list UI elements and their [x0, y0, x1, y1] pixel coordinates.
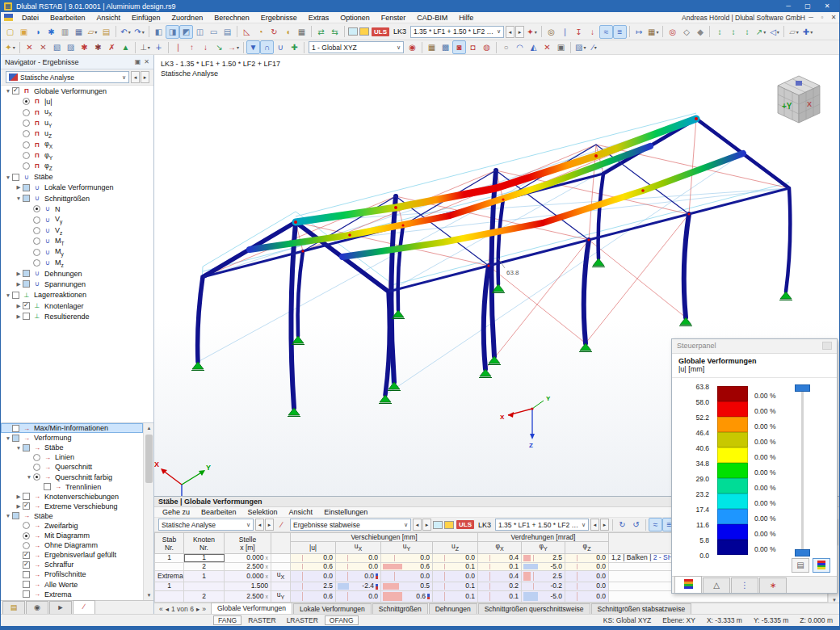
menu-bearbeiten[interactable]: Bearbeiten: [44, 14, 91, 22]
checkbox[interactable]: [12, 87, 19, 94]
panel-options-icon[interactable]: [822, 342, 832, 350]
export-calc-icon[interactable]: ↦: [632, 25, 646, 39]
checkbox[interactable]: [23, 313, 30, 320]
prev-page-button[interactable]: ◂: [166, 605, 169, 613]
views-camera-tab[interactable]: ►: [49, 601, 72, 614]
radio-button[interactable]: [23, 120, 30, 127]
table-mode-icon[interactable]: ∕: [275, 518, 288, 531]
checkbox[interactable]: [23, 195, 30, 202]
results-nav-item-u-y[interactable]: ΠuY: [1, 118, 153, 128]
table-results-mode-combo[interactable]: Ergebnisse stabweise∨: [290, 519, 411, 531]
result-chip-cyan[interactable]: [348, 27, 358, 36]
results-nav-item-v-z[interactable]: ∪Vz: [1, 225, 153, 236]
results-nav-item-schnittgrößen[interactable]: ▼∪Schnittgrößen: [1, 193, 153, 204]
rotate-view-icon[interactable]: ◠: [513, 40, 527, 54]
prev-loadcase-button[interactable]: ◂: [590, 519, 599, 531]
display-nav-item-zweifarbig[interactable]: →Zweifarbig: [1, 521, 143, 531]
results-nav-item-lagerreaktionen[interactable]: ▼⊥Lagerreaktionen: [1, 290, 153, 300]
cell-node-no[interactable]: 2: [184, 590, 225, 602]
results-nav-item-spannungen[interactable]: ▶∪Spannungen: [1, 279, 153, 289]
select-layer-icon[interactable]: ▧: [50, 40, 64, 54]
expander-icon[interactable]: ▼: [15, 195, 23, 201]
model-check-icon[interactable]: ⇄: [314, 25, 328, 39]
render-wire-icon[interactable]: ◍: [480, 40, 494, 54]
connect-members-icon[interactable]: ○: [499, 40, 513, 54]
menu-berechnen[interactable]: Berechnen: [208, 14, 255, 22]
table-tab-schnittgrößen-querschnittsweise[interactable]: Schnittgrößen querschnittsweise: [478, 603, 590, 614]
column-header-knoten[interactable]: KnotenNr.: [184, 533, 225, 554]
cell-node-no[interactable]: 2: [184, 562, 225, 571]
display-nav-item-ergebnisverlauf-gefüllt[interactable]: →Ergebnisverlauf gefüllt: [1, 550, 143, 560]
calculator-icon[interactable]: ▦▾: [646, 25, 660, 39]
regenerate-icon[interactable]: ↻: [267, 25, 281, 39]
next-loadcase-button[interactable]: ▸: [422, 519, 431, 531]
expander-icon[interactable]: ▼: [15, 445, 23, 451]
table-tab-schnittgrößen-stabsatzweise[interactable]: Schnittgrößen stabsatzweise: [591, 603, 692, 614]
radio-button[interactable]: [33, 216, 40, 224]
new-model-icon[interactable]: ▢: [3, 25, 17, 39]
menu-optionen[interactable]: Optionen: [334, 14, 376, 22]
doc-close-button[interactable]: ✕: [828, 14, 839, 21]
menu-ergebnisse[interactable]: Ergebnisse: [255, 14, 303, 22]
table-chip-cyan[interactable]: [433, 521, 443, 529]
load-down-icon[interactable]: ↓: [199, 40, 212, 54]
next-loadcase-button[interactable]: ▸: [515, 26, 524, 38]
snap-ortho-icon[interactable]: ✱: [91, 40, 105, 54]
display-nav-item-knotenverschiebungen[interactable]: ▶→Knotenverschiebungen: [1, 492, 143, 502]
radio-button[interactable]: [33, 473, 40, 481]
column-header-uy[interactable]: uY: [381, 542, 433, 554]
column-header-|u|[interactable]: |u|: [291, 542, 336, 554]
menu-einfügen[interactable]: Einfügen: [126, 14, 166, 22]
next-loadcase-button[interactable]: ▸: [265, 519, 274, 531]
prev-loadcase-button[interactable]: ◂: [506, 26, 514, 38]
member-loads-icon[interactable]: ↧: [572, 25, 586, 39]
view-iso-icon[interactable]: ↗▾: [754, 25, 767, 39]
display-nav-item-querschnitt[interactable]: →Querschnitt: [1, 462, 143, 472]
results-nav-item-dehnungen[interactable]: ▶∪Dehnungen: [1, 268, 153, 279]
expander-icon[interactable]: ▼: [25, 474, 33, 480]
isometric-view-icon[interactable]: ◇: [679, 25, 693, 39]
results-nav-item-v-y[interactable]: ∪Vy: [1, 215, 153, 225]
expander-icon[interactable]: ▼: [4, 435, 12, 441]
checkbox[interactable]: [23, 581, 30, 588]
tree-scrollbar[interactable]: ▲ ▼: [143, 423, 153, 600]
load-transfer-icon[interactable]: ⇆: [328, 25, 342, 39]
solid-view-icon[interactable]: ◆: [693, 25, 707, 39]
results-nav-item-u-z[interactable]: ΠuZ: [1, 128, 153, 139]
expander-icon[interactable]: ▶: [15, 494, 23, 500]
checkbox[interactable]: [23, 502, 30, 510]
snap-mid-icon[interactable]: ✕: [36, 40, 50, 54]
checkbox[interactable]: [23, 184, 30, 191]
checkbox[interactable]: [23, 561, 30, 569]
snap-node-icon[interactable]: ✕: [23, 40, 36, 54]
close-button[interactable]: ✕: [818, 1, 836, 11]
column-header-x[interactable]: φX: [478, 542, 522, 554]
undo-icon[interactable]: ↶▾: [119, 25, 132, 39]
radio-button[interactable]: [33, 205, 40, 212]
column-header-uz[interactable]: uZ: [433, 542, 478, 554]
scale-slider-handle-bottom[interactable]: [795, 549, 810, 556]
generated-loads-icon[interactable]: ↘: [212, 40, 226, 54]
render-colored-icon[interactable]: ◙: [452, 40, 466, 54]
filter-objects-icon[interactable]: ▼: [246, 40, 260, 54]
menu-ansicht[interactable]: Ansicht: [91, 14, 127, 22]
column-header-y[interactable]: φY: [522, 542, 565, 554]
column-header-stab[interactable]: StabNr.: [155, 533, 184, 554]
window-mosaic-icon[interactable]: ◫: [193, 25, 207, 39]
checkbox[interactable]: [23, 302, 30, 309]
navigation-cube[interactable]: +Y X: [768, 69, 828, 129]
display-nav-item-alle-werte[interactable]: →Alle Werte: [1, 580, 143, 590]
release-icon[interactable]: ∔: [152, 40, 166, 54]
copy-icon[interactable]: ▱▾: [86, 25, 99, 39]
panel-center-icon[interactable]: ◨: [166, 25, 179, 39]
options-gear-icon[interactable]: ✱: [44, 25, 58, 39]
table-menu-bearbeiten[interactable]: Bearbeiten: [195, 506, 242, 518]
checkbox[interactable]: [23, 590, 30, 598]
expander-icon[interactable]: ▼: [4, 513, 12, 519]
results-members-icon[interactable]: ≈: [599, 25, 613, 39]
display-nav-item-max-min-informationen[interactable]: →Max/Min-Informationen: [1, 423, 143, 433]
grid-table-icon[interactable]: ▦: [295, 25, 309, 39]
analysis-type-combo[interactable]: Statische Analyse ∨: [6, 71, 129, 83]
expander-icon[interactable]: ▶: [15, 503, 23, 510]
snap-toggle-raster[interactable]: RASTER: [244, 616, 279, 624]
